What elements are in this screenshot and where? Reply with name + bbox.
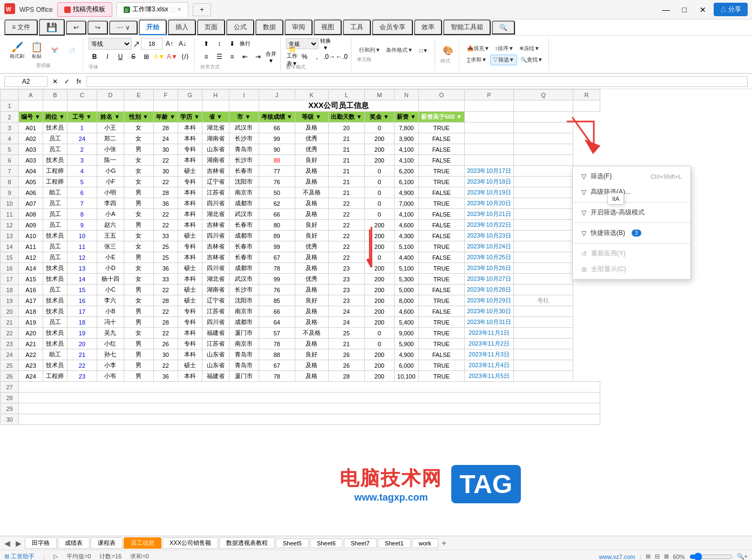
- tab-view[interactable]: 视图: [314, 19, 342, 35]
- sheet-tab-work[interactable]: work: [412, 538, 438, 548]
- tab-efficiency[interactable]: 效率: [414, 19, 442, 35]
- formula-confirm-btn[interactable]: ✓: [62, 76, 72, 87]
- tab-tools[interactable]: 工具: [343, 19, 371, 35]
- cell-G1[interactable]: [178, 100, 202, 112]
- view-normal-btn[interactable]: ⊞: [646, 553, 651, 560]
- wrap-btn[interactable]: 换行: [239, 38, 251, 50]
- tab-member[interactable]: 会员专享: [372, 19, 413, 35]
- sheet-tab-kechengbiao[interactable]: 课程表: [91, 537, 123, 549]
- cell-R1[interactable]: [573, 100, 600, 112]
- cell-reference-input[interactable]: [4, 76, 48, 87]
- view-page-layout-btn[interactable]: ⊠: [664, 553, 669, 560]
- sheet-next-btn[interactable]: ▶: [13, 539, 24, 548]
- tab-ai-tools[interactable]: 智能工具箱: [443, 19, 491, 35]
- font-color-btn[interactable]: A▼: [166, 51, 178, 63]
- col-header-A[interactable]: A: [19, 90, 43, 100]
- col-header-G[interactable]: G: [178, 90, 202, 100]
- col-header-D[interactable]: D: [97, 90, 124, 100]
- sheet-tab-sheet1[interactable]: Sheet1: [378, 538, 411, 548]
- paste-btn[interactable]: 📋 粘贴: [29, 40, 45, 61]
- cell-E1[interactable]: [124, 100, 153, 112]
- tab-data[interactable]: 数据: [255, 19, 283, 35]
- col-header-P[interactable]: P: [464, 90, 513, 100]
- bold-btn[interactable]: B: [89, 51, 100, 63]
- align-right-btn[interactable]: ≡: [226, 51, 238, 63]
- share-button[interactable]: △ 分享: [714, 3, 748, 16]
- tab-page[interactable]: 页面: [197, 19, 225, 35]
- zoom-icon[interactable]: 🔍+: [737, 553, 748, 560]
- tab-more[interactable]: ⋯ ∨: [109, 21, 137, 35]
- align-top-btn[interactable]: ⬆: [200, 38, 212, 50]
- filter-menu-item-advanced[interactable]: ▽ 高级筛选(A)...: [573, 184, 690, 200]
- tab-save[interactable]: 💾: [39, 19, 65, 36]
- zoom-slider[interactable]: [689, 552, 733, 561]
- tab-review[interactable]: 审阅: [284, 19, 313, 35]
- cell-H1[interactable]: [202, 100, 229, 112]
- add-tab-button[interactable]: +: [193, 3, 211, 16]
- tab-find-template[interactable]: 找稿壳模板: [57, 2, 112, 17]
- copy-btn[interactable]: 📄: [64, 46, 79, 55]
- col-header-H[interactable]: H: [202, 90, 229, 100]
- cell-A1[interactable]: [19, 100, 43, 112]
- col-header-I[interactable]: I: [229, 90, 259, 100]
- tab-search[interactable]: 🔍: [492, 21, 515, 35]
- maximize-button[interactable]: □: [677, 2, 692, 17]
- tab-insert[interactable]: 插入: [168, 19, 196, 35]
- indent-decrease-btn[interactable]: ⇤: [239, 51, 251, 63]
- style-btn[interactable]: 🎨: [441, 44, 456, 57]
- filter-dropdown-btn[interactable]: ▽筛选▼: [490, 55, 517, 65]
- filter-menu-item-filter[interactable]: ▽ 筛选(F) Ctrl+Shift+L: [573, 168, 690, 184]
- close-button[interactable]: ✕: [695, 2, 710, 17]
- sheet-prev-btn[interactable]: ◀: [2, 539, 12, 548]
- percent-btn[interactable]: %: [299, 51, 310, 63]
- col-header-K[interactable]: K: [295, 90, 328, 100]
- cell-B1[interactable]: [43, 100, 67, 112]
- minimize-button[interactable]: —: [659, 2, 674, 17]
- align-bottom-btn[interactable]: ⬇: [226, 38, 238, 50]
- add-sheet-button[interactable]: +: [439, 538, 449, 548]
- cell-P1[interactable]: [464, 100, 513, 112]
- cell-Q1[interactable]: [513, 100, 573, 112]
- sheet-tab-sheet6[interactable]: Sheet6: [310, 538, 343, 548]
- col-header-F[interactable]: F: [153, 90, 178, 100]
- strikethrough-btn[interactable]: S: [127, 51, 139, 63]
- col-header-C[interactable]: C: [67, 90, 97, 100]
- header-cell-nl[interactable]: 年龄 ▼: [153, 112, 178, 123]
- align-middle-btn[interactable]: ↕: [213, 38, 225, 50]
- header-cell-cq[interactable]: 出勤天数 ▼: [328, 112, 364, 123]
- col-header-M[interactable]: M: [364, 90, 394, 100]
- decimal-increase-btn[interactable]: .0→: [323, 51, 335, 63]
- view-page-break-btn[interactable]: ⊟: [655, 553, 660, 560]
- thousands-btn[interactable]: ,: [311, 51, 323, 63]
- header-cell-city[interactable]: 市 ▼: [229, 112, 259, 123]
- col-header-O[interactable]: O: [418, 90, 464, 100]
- sheet-tab-tianzige[interactable]: 田字格: [25, 537, 57, 549]
- underline-btn[interactable]: U: [114, 51, 126, 63]
- font-size-input[interactable]: [141, 38, 162, 50]
- header-cell-gh[interactable]: 工号 ▼: [67, 112, 97, 123]
- header-cell-xl[interactable]: 学历 ▼: [178, 112, 202, 123]
- col-header-B[interactable]: B: [43, 90, 67, 100]
- sum-btn[interactable]: ∑求和▼: [465, 55, 489, 65]
- decimal-decrease-btn[interactable]: ←.0: [336, 51, 348, 63]
- sheet-tab-chengjibiao[interactable]: 成绩表: [58, 537, 90, 549]
- row-col-btn[interactable]: 行和列▼: [357, 45, 383, 55]
- header-cell-dj[interactable]: 等级 ▼: [295, 112, 328, 123]
- tab-redo[interactable]: ↪: [87, 21, 108, 35]
- align-center-btn[interactable]: ☰: [213, 51, 225, 63]
- header-cell-r[interactable]: [513, 112, 573, 123]
- tab-file[interactable]: ≡ 文件: [4, 19, 38, 35]
- filter-menu-item-quick[interactable]: ▽ 快捷筛选(B) 3: [573, 225, 690, 241]
- col-header-R[interactable]: R: [573, 90, 600, 100]
- header-cell-xm[interactable]: 姓名 ▼: [97, 112, 124, 123]
- header-cell-sh[interactable]: 省 ▼: [202, 112, 229, 123]
- header-cell-xz500[interactable]: 薪资高于500 ▼: [418, 112, 464, 123]
- header-cell-jj[interactable]: 奖金 ▼: [364, 112, 394, 123]
- cell-I1[interactable]: [229, 100, 259, 112]
- sheet-tab-sheet7[interactable]: Sheet7: [344, 538, 377, 548]
- tab-formula[interactable]: 公式: [226, 19, 254, 35]
- filter-menu-item-showall[interactable]: ⊞ 全部显示(C): [573, 261, 690, 277]
- align-left-btn[interactable]: ≡: [200, 51, 212, 63]
- header-cell-empty[interactable]: [464, 112, 513, 123]
- cell-F1[interactable]: [153, 100, 178, 112]
